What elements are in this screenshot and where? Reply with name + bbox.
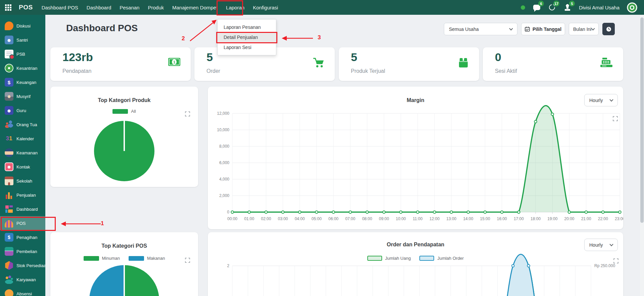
online-status-dot — [521, 5, 525, 10]
psb-document-icon — [5, 50, 13, 58]
stat-value: 0 — [495, 51, 501, 64]
legend-label: Jumlah Uang — [385, 256, 411, 261]
margin-chart-card: Margin Hourly 00:0001:0002:0003:0004:000… — [208, 87, 623, 229]
annotation-label-3: 3 — [318, 34, 321, 41]
nav-item-manajemen-dompet[interactable]: Manajemen Dompet — [172, 5, 218, 10]
sidebar-item-label: Sekolah — [16, 179, 32, 184]
sidebar-item-label: Penagihan — [16, 235, 37, 240]
legend-entry-all[interactable]: All — [112, 109, 136, 114]
history-icon[interactable]: 17 — [548, 3, 556, 11]
svg-text:03:00: 03:00 — [278, 216, 288, 221]
sidebar-item-absensi[interactable]: Absensi — [0, 287, 45, 296]
sidebar-item-penagihan[interactable]: Penagihan — [0, 230, 45, 244]
pick-date-button[interactable]: Pilih Tanggal — [521, 23, 565, 35]
sidebar-item-diskusi[interactable]: Diskusi — [0, 19, 45, 33]
margin-interval-select[interactable]: Hourly — [584, 94, 618, 106]
keamanan-guard-icon — [5, 148, 13, 157]
guru-icon — [5, 106, 13, 115]
sidebar-item-pembelian[interactable]: Pembelian — [0, 244, 45, 258]
nav-item-dashboard[interactable]: Dashboard — [87, 5, 111, 10]
business-select[interactable]: Semua Usaha — [444, 23, 517, 35]
sidebar-item-guru[interactable]: Guru — [0, 103, 45, 117]
sidebar-item-label: Diskusi — [16, 23, 31, 29]
sidebar: DiskusiSantriPSBKesantrianKeuanganMusyri… — [0, 15, 45, 296]
sidebar-item-orang-tua[interactable]: Orang Tua — [0, 117, 45, 132]
legend-label: Makanan — [147, 256, 165, 261]
legend-swatch — [419, 256, 434, 261]
sidebar-item-keamanan[interactable]: Keamanan — [0, 146, 45, 160]
sidebar-item-santri[interactable]: Santri — [0, 33, 45, 47]
sidebar-item-label: Guru — [16, 108, 26, 113]
sidebar-item-psb[interactable]: PSB — [0, 47, 45, 61]
sidebar-item-label: Stok Persediaan — [16, 263, 45, 268]
expand-icon[interactable] — [613, 116, 618, 122]
expand-icon[interactable] — [613, 258, 618, 265]
sidebar-item-label: Keamanan — [16, 150, 38, 155]
svg-text:20:00: 20:00 — [564, 216, 574, 221]
svg-text:12,000: 12,000 — [217, 111, 229, 116]
user-menu[interactable]: Divisi Amal Usaha — [579, 5, 619, 10]
svg-text:08:00: 08:00 — [362, 216, 372, 221]
svg-text:1: 1 — [173, 60, 175, 64]
sidebar-item-dashboard[interactable]: Dashboard — [0, 202, 45, 216]
sidebar-item-sekolah[interactable]: Sekolah — [0, 174, 45, 188]
expand-icon[interactable] — [185, 258, 190, 264]
sidebar-item-label: Kalender — [16, 136, 34, 141]
keuangan-finance-icon — [5, 78, 13, 87]
nav-item-laporan[interactable]: Laporan — [226, 5, 244, 10]
santri-icon — [5, 36, 13, 44]
cart-icon — [313, 57, 325, 69]
karyawan-icon — [5, 275, 13, 284]
sidebar-item-label: Penjualan — [16, 193, 36, 198]
sekolah-school-icon — [5, 177, 13, 185]
sidebar-item-kontak[interactable]: Kontak — [0, 160, 45, 174]
sidebar-item-musyrif[interactable]: Musyrif — [0, 89, 45, 103]
annotation-arrow-2 — [187, 18, 219, 44]
margin-line-chart: 00:0001:0002:0003:0004:0005:0006:0007:00… — [208, 87, 623, 229]
app-brand[interactable]: POS — [19, 4, 33, 11]
annotation-label-1: 1 — [101, 220, 104, 227]
legend-swatch — [367, 256, 382, 261]
sidebar-item-penjualan[interactable]: Penjualan — [0, 188, 45, 202]
legend-entry-minuman[interactable]: Minuman — [84, 256, 120, 261]
svg-text:02:00: 02:00 — [261, 216, 271, 221]
scrollbar-track[interactable] — [640, 15, 644, 296]
legend-entry-jumlah-uang[interactable]: Jumlah Uang — [367, 256, 411, 261]
apps-grid-icon[interactable] — [5, 4, 11, 11]
sidebar-item-keuangan[interactable]: Keuangan — [0, 75, 45, 89]
kalender-31-icon — [5, 134, 13, 143]
order-interval-select[interactable]: Hourly — [584, 239, 618, 251]
nav-item-dashboard-pos[interactable]: Dashboard POS — [42, 5, 78, 10]
svg-text:4,000: 4,000 — [219, 177, 229, 182]
top-navbar: POS Dashboard POSDashboardPesananProdukM… — [0, 0, 644, 15]
nav-item-pesanan[interactable]: Pesanan — [120, 5, 139, 10]
svg-text:10,000: 10,000 — [217, 128, 229, 132]
legend-entry-jumlah-order[interactable]: Jumlah Order — [419, 256, 464, 261]
menu-item-laporan-sesi[interactable]: Laporan Sesi — [218, 42, 276, 52]
time-filter-button[interactable] — [602, 23, 615, 35]
svg-text:07:00: 07:00 — [345, 216, 355, 221]
sidebar-item-pos[interactable]: POS — [0, 216, 45, 230]
sidebar-item-karyawan[interactable]: Karyawan — [0, 273, 45, 287]
scrollbar-thumb[interactable] — [640, 17, 644, 223]
sidebar-item-label: Orang Tua — [16, 122, 37, 127]
dashboard-tiles-icon — [5, 205, 13, 213]
avatar[interactable] — [627, 2, 637, 13]
chart-legend: MinumanMakanan — [50, 256, 198, 261]
legend-entry-makanan[interactable]: Makanan — [129, 256, 165, 261]
nav-item-konfigurasi[interactable]: Konfigurasi — [253, 5, 278, 10]
expand-icon[interactable] — [185, 111, 190, 118]
nav-item-produk[interactable]: Produk — [148, 5, 164, 10]
menu-item-detail-penjualan[interactable]: Detail Penjualan — [218, 32, 276, 42]
svg-text:2: 2 — [227, 263, 229, 268]
sidebar-item-stok-persediaan[interactable]: Stok Persediaan — [0, 258, 45, 273]
svg-text:15:00: 15:00 — [480, 216, 490, 221]
menu-item-laporan-pesanan[interactable]: Laporan Pesanan — [218, 22, 276, 32]
chat-badge: 6 — [538, 1, 544, 6]
approval-icon[interactable]: 5 — [563, 3, 571, 11]
period-select[interactable]: Bulan Ini — [569, 23, 599, 35]
chat-icon[interactable]: 6 — [533, 3, 541, 11]
pie-divider — [124, 121, 125, 151]
sidebar-item-kesantrian[interactable]: Kesantrian — [0, 61, 45, 75]
sidebar-item-kalender[interactable]: Kalender — [0, 132, 45, 146]
